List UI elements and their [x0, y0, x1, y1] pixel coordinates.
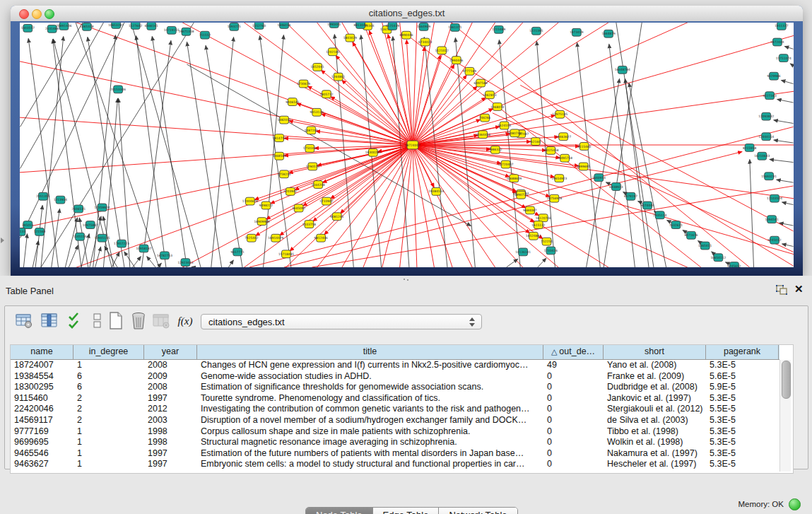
graph-node[interactable]: 1221395 — [529, 27, 543, 35]
graph-node[interactable]: 10958187 — [136, 245, 151, 252]
new-table-icon[interactable] — [107, 312, 125, 330]
graph-node[interactable]: 17957223 — [114, 240, 129, 247]
graph-node[interactable]: 3624554 — [498, 122, 511, 129]
graph-node[interactable]: 9657771 — [231, 248, 245, 256]
graph-node[interactable]: 9245652 — [727, 262, 741, 267]
graph-node[interactable]: 1290573 — [306, 163, 319, 170]
graph-node[interactable]: 16782753 — [157, 252, 172, 259]
graph-node[interactable]: 6679197 — [624, 192, 637, 200]
graph-node[interactable]: 1990446 — [449, 57, 463, 64]
graph-node[interactable]: 9227343 — [763, 92, 776, 100]
graph-node[interactable]: 1093275 — [228, 23, 241, 30]
tab-network-table[interactable]: Network Table — [439, 508, 517, 514]
graph-node[interactable]: 19671358 — [178, 28, 194, 35]
graph-node[interactable]: 1664909 — [417, 23, 430, 30]
table-selector-dropdown[interactable]: citations_edges.txt — [201, 314, 482, 329]
graph-node[interactable]: 1264801 — [331, 73, 345, 81]
scrollbar-thumb[interactable] — [782, 361, 791, 399]
table-row[interactable]: 977716911998Corpus callosum shape and si… — [11, 426, 779, 438]
graph-node[interactable]: 1615132 — [531, 221, 545, 229]
graph-node[interactable]: 18524861 — [526, 232, 541, 240]
graph-node[interactable]: 9812406 — [314, 234, 327, 242]
column-header-name[interactable]: name — [11, 345, 73, 359]
graph-node[interactable]: 1664879 — [601, 30, 615, 37]
graph-node[interactable]: 19384554 — [428, 187, 444, 195]
graph-node[interactable]: 9474444 — [640, 201, 654, 209]
tab-node-table[interactable]: Node Table — [306, 508, 373, 514]
graph-node[interactable]: 16648784 — [615, 66, 630, 74]
graph-node[interactable]: 15693231 — [761, 173, 777, 180]
graph-node[interactable]: 9081245 — [330, 213, 343, 221]
graph-node[interactable]: 1951327 — [775, 23, 788, 30]
graph-node[interactable]: 9245012 — [767, 236, 781, 244]
graph-node[interactable]: 9406545 — [286, 98, 299, 106]
graph-node[interactable]: 1803029 — [343, 34, 357, 42]
graph-node[interactable]: 1103758 — [302, 221, 316, 228]
graph-node[interactable]: 9115460 — [577, 143, 591, 151]
float-panel-icon[interactable] — [776, 285, 788, 296]
column-header-title[interactable]: title — [197, 345, 543, 359]
graph-node[interactable]: 1062813 — [483, 91, 496, 99]
table-row[interactable]: 946554611997Estimation of the future num… — [11, 448, 779, 460]
graph-node[interactable]: 1068581 — [273, 152, 286, 160]
graph-node[interactable]: 9498222 — [259, 201, 273, 209]
table-row[interactable]: 911546021997Tourette syndrome. Phenomeno… — [11, 393, 779, 404]
graph-node[interactable]: 15718485 — [278, 250, 294, 258]
graph-node[interactable]: 18724007 — [405, 141, 420, 149]
graph-node[interactable]: 1145154 — [73, 233, 86, 240]
tab-edge-table[interactable]: Edge Table — [373, 508, 440, 514]
pane-resize-handle[interactable] — [402, 277, 409, 282]
table-header-row[interactable]: namein_degreeyeartitle△out_de…shortpager… — [11, 345, 779, 360]
graph-node[interactable]: 1087201 — [305, 127, 318, 134]
graph-node[interactable]: 1452041 — [311, 64, 324, 71]
graph-node[interactable]: 9899695 — [577, 163, 590, 170]
table-settings-icon[interactable] — [15, 312, 33, 330]
graph-node[interactable]: 12975185 — [552, 110, 567, 118]
graph-node[interactable]: 751552 — [199, 31, 211, 39]
graph-node[interactable]: 1215489 — [492, 25, 505, 33]
vertical-scrollbar[interactable] — [779, 360, 791, 472]
close-panel-icon[interactable]: ✕ — [794, 283, 804, 296]
graph-node[interactable]: 12923443 — [177, 259, 193, 267]
graph-node[interactable]: 12103504 — [767, 194, 782, 202]
graph-node[interactable]: 15751074 — [776, 54, 792, 62]
graph-node[interactable]: 1914752 — [273, 134, 286, 142]
graph-node[interactable]: 20153346 — [110, 86, 126, 93]
graph-node[interactable]: 1973459 — [570, 28, 583, 36]
graph-node[interactable]: 9777169 — [463, 67, 476, 75]
graph-node[interactable]: 395051 — [22, 221, 34, 229]
graph-node[interactable]: 1552760 — [252, 23, 266, 29]
graph-node[interactable]: 9453126 — [310, 108, 324, 116]
split-collapse-icon[interactable] — [1, 238, 4, 243]
graph-node[interactable]: 1213904 — [54, 196, 67, 204]
graph-node[interactable]: 752254 — [541, 238, 553, 245]
graph-node[interactable]: 121568 — [34, 228, 46, 235]
table-row[interactable]: 1938455462009Genome-wide association stu… — [11, 371, 779, 382]
graph-node[interactable]: 19463627 — [555, 133, 571, 141]
graph-node[interactable]: 16914479 — [268, 234, 283, 242]
column-header-short[interactable]: short — [604, 345, 706, 359]
select-checks-icon[interactable] — [66, 312, 84, 330]
graph-node[interactable]: 16210643 — [754, 152, 770, 160]
graph-node[interactable]: 1065328 — [80, 23, 93, 30]
column-header-year[interactable]: year — [144, 345, 197, 359]
graph-node[interactable]: 1403557 — [21, 24, 35, 32]
graph-node[interactable]: 17359924 — [94, 204, 110, 211]
window-titlebar[interactable]: citations_edges.txt — [11, 6, 803, 22]
merge-rows-icon[interactable] — [88, 312, 107, 330]
graph-node[interactable]: 6466161 — [145, 23, 158, 30]
table-body[interactable]: 1872400712008Changes of HCN gene express… — [11, 360, 779, 470]
table-row[interactable]: 969969511998Structural magnetic resonanc… — [11, 437, 779, 448]
column-header-in_degree[interactable]: in_degree — [73, 345, 144, 359]
column-header-pagerank[interactable]: pagerank — [706, 345, 779, 359]
delete-trash-icon[interactable] — [129, 312, 148, 330]
graph-node[interactable]: 1125439 — [386, 23, 399, 30]
graph-node[interactable]: 14136141 — [515, 248, 531, 256]
table-row[interactable]: 1872400712008Changes of HCN gene express… — [11, 360, 779, 371]
graph-node[interactable]: 10719155 — [164, 26, 180, 34]
graph-node[interactable]: 10975887 — [83, 221, 98, 229]
graph-node[interactable]: 1872404 — [770, 38, 784, 46]
graph-node[interactable]: 2935114 — [653, 211, 666, 219]
graph-node[interactable]: 1527602 — [129, 23, 142, 29]
graph-node[interactable]: 62160 — [531, 138, 541, 146]
